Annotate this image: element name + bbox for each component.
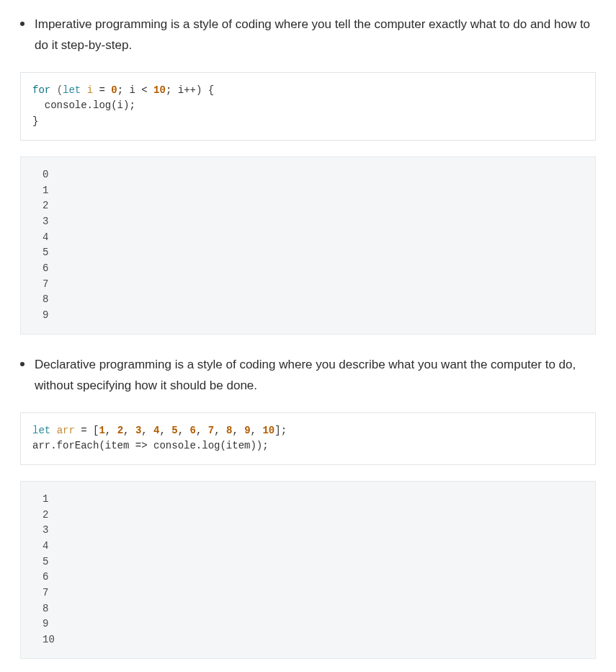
output-block: 1 2 3 4 5 6 7 8 9 10 <box>20 481 596 659</box>
code-block: for (let i = 0; i < 10; i++) { console.l… <box>20 72 596 141</box>
bullet-row: Imperative programming is a style of cod… <box>20 14 596 56</box>
content-list: Imperative programming is a style of cod… <box>20 14 596 659</box>
list-item: Declarative programming is a style of co… <box>20 355 596 659</box>
item-content: for (let i = 0; i < 10; i++) { console.l… <box>20 72 596 335</box>
item-text: Declarative programming is a style of co… <box>35 355 596 397</box>
code-block: let arr = [1, 2, 3, 4, 5, 6, 7, 8, 9, 10… <box>20 412 596 465</box>
item-text: Imperative programming is a style of cod… <box>35 14 596 56</box>
bullet-icon <box>20 362 24 366</box>
list-item: Imperative programming is a style of cod… <box>20 14 596 335</box>
bullet-row: Declarative programming is a style of co… <box>20 355 596 397</box>
output-block: 0 1 2 3 4 5 6 7 8 9 <box>20 156 596 335</box>
item-content: let arr = [1, 2, 3, 4, 5, 6, 7, 8, 9, 10… <box>20 412 596 659</box>
bullet-icon <box>20 22 24 26</box>
